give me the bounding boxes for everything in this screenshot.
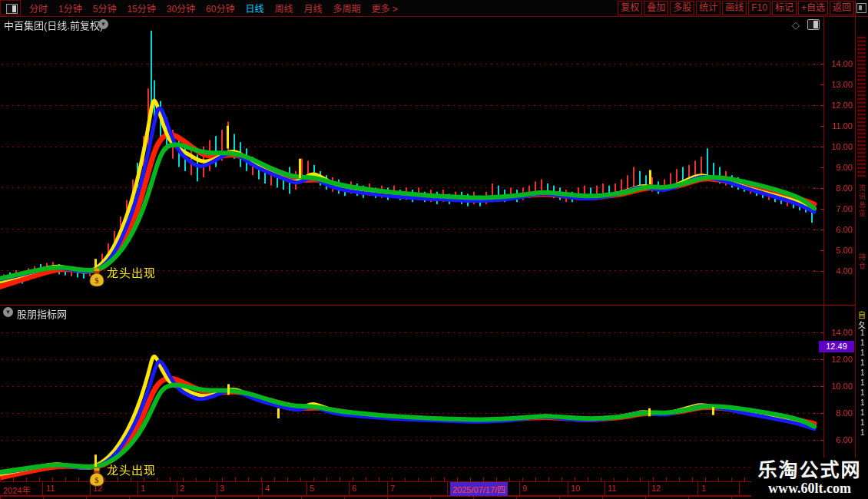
toolbar-button-画线[interactable]: 画线 <box>722 1 747 15</box>
sidebar-tab-position[interactable]: 持仓 <box>857 253 867 270</box>
price-label: 14.00 <box>827 328 853 337</box>
svg-text:$: $ <box>94 475 99 484</box>
toolbar-button-+自选[interactable]: +自选 <box>798 1 828 15</box>
toolbar-buttons: 复权叠加多股统计画线F10标记+自选返回 <box>616 1 854 15</box>
price-label: 4.00 <box>827 266 853 276</box>
period-tab-日线[interactable]: 日线 <box>240 2 269 15</box>
watermark-site-name: 乐淘公式网 <box>757 461 861 481</box>
chevron-down-icon[interactable] <box>98 19 108 29</box>
month-label: 5 <box>310 484 314 493</box>
chart-title: 中百集团(日线.前复权) <box>4 18 103 32</box>
period-tab-60分钟[interactable]: 60分钟 <box>200 2 240 15</box>
period-tab-周线[interactable]: 周线 <box>269 2 298 15</box>
period-tabs: 分时1分钟5分钟15分钟30分钟60分钟日线周线月线多周期更多 > <box>24 0 403 16</box>
month-label: 10 <box>571 484 580 493</box>
price-label: 10.00 <box>827 142 853 151</box>
split-view-icon <box>6 4 18 14</box>
svg-text:$: $ <box>94 276 99 285</box>
month-label: 11 <box>608 484 616 493</box>
clipped-bottom-row <box>0 496 855 499</box>
price-label: 12.00 <box>827 101 853 110</box>
month-label: 1 <box>141 484 145 493</box>
price-label: 7.00 <box>827 204 853 213</box>
month-label: 2024年 <box>3 484 30 496</box>
month-label: 9 <box>522 484 527 493</box>
price-axis-line <box>823 17 824 495</box>
price-label: 12.00 <box>827 355 853 364</box>
toolbar-button-复权[interactable]: 复权 <box>618 1 642 15</box>
watermark-url: www.60lt.com <box>768 481 851 496</box>
right-strip-border <box>855 0 856 499</box>
month-label: 1 <box>701 484 706 493</box>
price-label: 9.00 <box>827 163 853 172</box>
price-label: 13.00 <box>827 80 853 89</box>
price-label: 8.00 <box>827 183 853 193</box>
layout-toggle-button[interactable] <box>0 0 21 15</box>
price-label: 5.00 <box>827 246 853 255</box>
price-label: 6.00 <box>827 225 853 234</box>
toolbar-button-多股[interactable]: 多股 <box>670 1 694 15</box>
panel-divider <box>0 305 855 306</box>
price-label: 14.00 <box>827 59 853 68</box>
money-bag-icon: $ <box>88 467 106 487</box>
top-toolbar: 分时1分钟5分钟15分钟30分钟60分钟日线周线月线多周期更多 > 复权叠加多股… <box>0 0 868 17</box>
window-box-icon[interactable] <box>856 3 866 13</box>
period-tab-多周期[interactable]: 多周期 <box>328 2 366 15</box>
price-label: 8.00 <box>827 408 853 418</box>
month-label: 6 <box>352 484 356 493</box>
toolbar-button-标记[interactable]: 标记 <box>772 1 797 15</box>
month-label: 3 <box>220 484 224 493</box>
month-label: 12 <box>651 484 661 493</box>
period-tab-5分钟[interactable]: 5分钟 <box>88 2 122 15</box>
price-label: 10.00 <box>827 382 853 391</box>
toolbar-button-返回[interactable]: 返回 <box>830 1 854 15</box>
signal-label: 龙头出现 <box>107 461 156 478</box>
date-axis: 2024年111212345672025/07/17/四91011121 <box>0 481 855 496</box>
trading-app-window: 分时1分钟5分钟15分钟30分钟60分钟日线周线月线多周期更多 > 复权叠加多股… <box>0 0 868 499</box>
period-tab-1分钟[interactable]: 1分钟 <box>53 2 88 15</box>
right-strip-texture <box>857 35 866 177</box>
price-chart-canvas[interactable] <box>0 0 868 499</box>
month-label: 11 <box>46 484 55 493</box>
money-bag-icon: $ <box>88 267 106 287</box>
period-tab-分时[interactable]: 分时 <box>24 2 53 15</box>
selected-date-label: 2025/07/17/四 <box>450 482 508 496</box>
panel-layout-icon[interactable] <box>807 19 820 30</box>
month-label: 7 <box>390 484 395 493</box>
period-tab-30分钟[interactable]: 30分钟 <box>161 2 200 15</box>
toolbar-button-统计[interactable]: 统计 <box>696 1 721 15</box>
price-label: 11.00 <box>827 121 853 131</box>
toolbar-button-F10[interactable]: F10 <box>748 1 770 15</box>
indicator-value-badge: 12.49 <box>819 341 854 352</box>
month-label: 4 <box>265 484 270 493</box>
signal-label: 龙头出现 <box>107 264 156 280</box>
chevron-down-icon[interactable] <box>3 307 13 317</box>
period-tab-更多 >[interactable]: 更多 > <box>366 2 403 15</box>
toolbar-button-叠加[interactable]: 叠加 <box>644 1 668 15</box>
period-tab-15分钟[interactable]: 15分钟 <box>121 2 161 15</box>
indicator-panel-title: 股朋指标网 <box>17 306 67 321</box>
diamond-icon[interactable] <box>792 18 800 31</box>
watermark: 乐淘公式网 www.60lt.com <box>751 458 868 499</box>
month-label: 2 <box>180 484 184 493</box>
price-label: 6.00 <box>827 435 853 444</box>
sidebar-tab-news[interactable]: 资讯总览 <box>857 184 867 218</box>
period-tab-月线[interactable]: 月线 <box>299 2 328 15</box>
